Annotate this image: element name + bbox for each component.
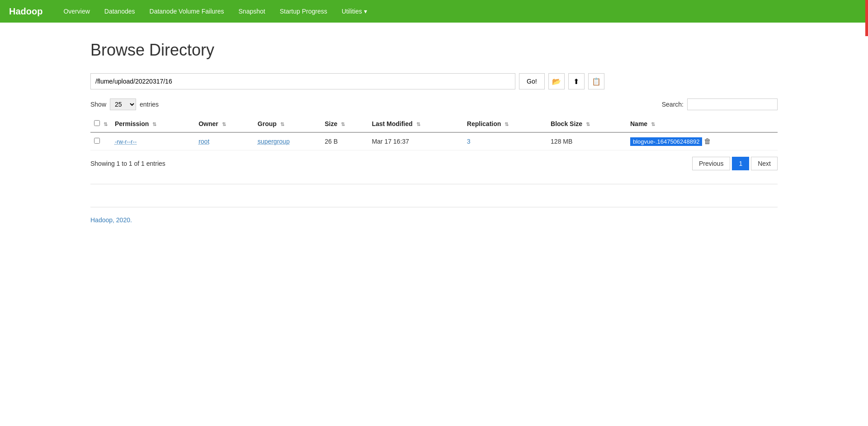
scroll-indicator (865, 0, 868, 36)
select-all-checkbox[interactable] (94, 120, 100, 126)
page-footer: Hadoop, 2020. (90, 207, 778, 224)
navbar-links: Overview Datanodes Datanode Volume Failu… (56, 0, 374, 23)
search-label: Search: (662, 101, 684, 108)
cell-owner: root (195, 132, 254, 150)
sort-icon-replication: ⇅ (505, 122, 509, 127)
table-header: ⇅ Permission ⇅ Owner ⇅ Group ⇅ Size ⇅ (90, 116, 778, 132)
search-input[interactable] (687, 98, 778, 110)
nav-link-startup-progress[interactable]: Startup Progress (273, 0, 335, 23)
search-area: Search: (662, 98, 778, 110)
sort-icon-permission: ⇅ (152, 122, 156, 127)
folder-icon-button[interactable]: 📂 (548, 73, 565, 89)
go-button[interactable]: Go! (519, 73, 545, 89)
sort-icon-check: ⇅ (104, 122, 108, 127)
navbar: Hadoop Overview Datanodes Datanode Volum… (0, 0, 868, 23)
path-input[interactable] (90, 73, 515, 89)
previous-button[interactable]: Previous (692, 157, 730, 170)
nav-link-snapshot[interactable]: Snapshot (231, 0, 273, 23)
main-content: Browse Directory Go! 📂 ⬆ 📋 Show 10 25 50… (0, 23, 868, 242)
footer-text: Hadoop, 2020. (90, 216, 132, 224)
table-footer: Showing 1 to 1 of 1 entries Previous 1 N… (90, 157, 778, 170)
show-entries-control: Show 10 25 50 100 entries (90, 98, 159, 110)
sort-icon-block-size: ⇅ (586, 122, 590, 127)
nav-link-datanode-volume-failures[interactable]: Datanode Volume Failures (142, 0, 231, 23)
col-label-permission: Permission (115, 120, 149, 127)
table-controls: Show 10 25 50 100 entries Search: (90, 98, 778, 110)
col-header-block-size[interactable]: Block Size ⇅ (547, 116, 627, 132)
path-bar: Go! 📂 ⬆ 📋 (90, 73, 778, 89)
sort-icon-last-modified: ⇅ (416, 122, 420, 127)
table-body: -rw-r--r-- root supergroup 26 B Mar 17 1… (90, 132, 778, 150)
entries-select[interactable]: 10 25 50 100 (110, 98, 136, 110)
clipboard-icon-button[interactable]: 📋 (588, 73, 604, 89)
nav-dropdown-label: Utilities (342, 0, 362, 23)
cell-name: blogvue-.1647506248892 🗑 (627, 132, 778, 150)
group-link[interactable]: supergroup (258, 138, 290, 145)
cell-replication: 3 (463, 132, 547, 150)
sort-icon-owner: ⇅ (222, 122, 226, 127)
col-label-owner: Owner (198, 120, 218, 127)
table-row: -rw-r--r-- root supergroup 26 B Mar 17 1… (90, 132, 778, 150)
clipboard-icon: 📋 (592, 77, 601, 86)
chevron-down-icon: ▾ (364, 0, 367, 23)
cell-group: supergroup (254, 132, 321, 150)
nav-link-datanodes[interactable]: Datanodes (97, 0, 142, 23)
cell-size: 26 B (321, 132, 368, 150)
folder-icon: 📂 (552, 77, 561, 86)
page-1-button[interactable]: 1 (732, 157, 749, 170)
cell-last-modified: Mar 17 16:37 (368, 132, 463, 150)
page-title: Browse Directory (90, 41, 778, 60)
next-button[interactable]: Next (751, 157, 778, 170)
filename-highlight[interactable]: blogvue-.1647506248892 (630, 137, 702, 146)
row-checkbox-cell (90, 132, 111, 150)
col-label-last-modified: Last Modified (372, 120, 412, 127)
select-all-header: ⇅ (90, 116, 111, 132)
pagination: Previous 1 Next (692, 157, 778, 170)
navbar-brand: Hadoop (9, 6, 42, 17)
upload-icon-button[interactable]: ⬆ (568, 73, 585, 89)
nav-link-overview[interactable]: Overview (56, 0, 97, 23)
show-label: Show (90, 101, 106, 108)
nav-dropdown-utilities[interactable]: Utilities ▾ (335, 0, 374, 23)
col-header-size[interactable]: Size ⇅ (321, 116, 368, 132)
owner-link[interactable]: root (198, 138, 209, 145)
cell-block-size: 128 MB (547, 132, 627, 150)
col-label-block-size: Block Size (551, 120, 582, 127)
col-label-group: Group (258, 120, 277, 127)
replication-link[interactable]: 3 (467, 138, 471, 145)
sort-icon-group: ⇅ (280, 122, 284, 127)
col-label-name: Name (630, 120, 647, 127)
permission-link[interactable]: -rw-r--r-- (115, 138, 137, 145)
col-header-name[interactable]: Name ⇅ (627, 116, 778, 132)
col-header-group[interactable]: Group ⇅ (254, 116, 321, 132)
showing-text: Showing 1 to 1 of 1 entries (90, 160, 165, 167)
sort-icon-name: ⇅ (651, 122, 655, 127)
col-header-replication[interactable]: Replication ⇅ (463, 116, 547, 132)
section-divider (90, 184, 778, 184)
cell-permission: -rw-r--r-- (111, 132, 195, 150)
entries-label: entries (140, 101, 159, 108)
col-header-permission[interactable]: Permission ⇅ (111, 116, 195, 132)
col-label-replication: Replication (467, 120, 501, 127)
sort-icon-size: ⇅ (341, 122, 345, 127)
row-checkbox[interactable] (94, 138, 100, 144)
col-label-size: Size (325, 120, 337, 127)
data-table: ⇅ Permission ⇅ Owner ⇅ Group ⇅ Size ⇅ (90, 116, 778, 150)
col-header-owner[interactable]: Owner ⇅ (195, 116, 254, 132)
delete-button[interactable]: 🗑 (704, 137, 711, 145)
col-header-last-modified[interactable]: Last Modified ⇅ (368, 116, 463, 132)
upload-icon: ⬆ (573, 77, 579, 86)
